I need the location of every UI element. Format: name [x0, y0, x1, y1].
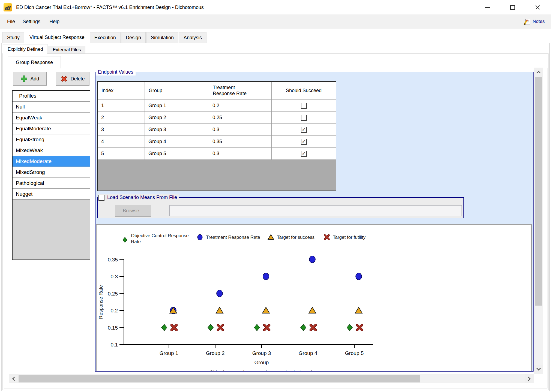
table-cell[interactable]: 0.25	[209, 112, 272, 124]
table-cell[interactable]: 0.3	[209, 124, 272, 136]
load-scenario-checkbox[interactable]	[98, 195, 104, 201]
table-cell[interactable]: 0.35	[209, 136, 272, 148]
table-row: 1Group 10.2	[98, 100, 336, 112]
circle-marker	[309, 256, 315, 263]
diamond-marker	[161, 324, 167, 331]
plus-icon	[20, 75, 28, 82]
legend-label: Objective Control Response	[131, 233, 189, 238]
close-button[interactable]	[529, 0, 546, 14]
table-cell[interactable]: 2	[98, 112, 145, 124]
circle-marker	[356, 273, 362, 280]
table-cell[interactable]: Group 5	[145, 148, 209, 160]
table-cell[interactable]: 5	[98, 148, 145, 160]
endpoint-values-table: IndexGroupTreatment Response RateShould …	[97, 81, 336, 191]
horizontal-scrollbar[interactable]	[9, 374, 534, 383]
circle-marker	[217, 290, 223, 297]
profile-item-equalmoderate[interactable]: EqualModerate	[13, 123, 90, 134]
table-row: 2Group 20.25	[98, 112, 336, 124]
legend-label: Target for success	[277, 235, 315, 240]
profile-item-nugget[interactable]: Nugget	[13, 189, 90, 200]
table-row: 3Group 30.3✓	[98, 124, 336, 136]
menu-file[interactable]: File	[7, 14, 15, 29]
scroll-down-button[interactable]	[534, 365, 543, 374]
table-cell[interactable]: Group 2	[145, 112, 209, 124]
table-cell[interactable]: 0.2	[209, 100, 272, 112]
table-cell[interactable]: Group 3	[145, 124, 209, 136]
x-tick-label: Group 3	[252, 350, 271, 356]
table-cell[interactable]: 4	[98, 136, 145, 148]
table-row: 4Group 40.35✓	[98, 136, 336, 148]
vertical-scrollbar-thumb[interactable]	[535, 77, 542, 306]
diamond-marker	[347, 324, 352, 331]
endpoint-values-legend: Endpoint Values	[96, 68, 136, 76]
scroll-up-button[interactable]	[534, 68, 543, 77]
table-cell[interactable]: Group 4	[145, 136, 209, 148]
notes-icon	[523, 18, 531, 25]
profile-item-mixedmoderate[interactable]: MixedModerate	[13, 156, 90, 167]
should-succeed-checkbox[interactable]	[301, 115, 307, 121]
legend-label: Treatment Response Rate	[206, 235, 260, 240]
y-tick-label: 0.2	[111, 308, 118, 313]
tab-study[interactable]: Study	[2, 32, 24, 43]
profile-item-pathological[interactable]: Pathological	[13, 178, 90, 189]
profile-item-equalstrong[interactable]: EqualStrong	[13, 134, 90, 145]
horizontal-scrollbar-thumb[interactable]	[19, 375, 420, 382]
tab-group-response[interactable]: Group Response	[8, 56, 61, 68]
scroll-left-button[interactable]	[9, 374, 18, 383]
triangle-marker	[262, 307, 269, 313]
diamond-marker	[254, 324, 260, 331]
maximize-button[interactable]	[504, 0, 521, 14]
chevron-down-icon	[536, 366, 541, 371]
tab-virtual-subject-response[interactable]: Virtual Subject Response	[25, 31, 89, 44]
diamond-marker	[123, 237, 127, 242]
triangle-marker	[268, 234, 274, 239]
should-succeed-checkbox[interactable]: ✓	[301, 151, 307, 157]
subtab-explicitly-defined[interactable]: Explicitly Defined	[3, 44, 47, 54]
tab-simulation[interactable]: Simulation	[146, 32, 178, 43]
table-cell-should-succeed	[272, 112, 336, 124]
notes-button[interactable]: Notes	[523, 14, 545, 29]
menu-settings[interactable]: Settings	[23, 14, 40, 29]
tab-design[interactable]: Design	[121, 32, 146, 43]
profile-item-mixedstrong[interactable]: MixedStrong	[13, 167, 90, 178]
tab-analysis[interactable]: Analysis	[179, 32, 206, 43]
minimize-icon	[485, 7, 490, 8]
menu-help[interactable]: Help	[49, 14, 59, 29]
table-cell[interactable]: 3	[98, 124, 145, 136]
x-tick-label: Group 1	[160, 350, 178, 356]
legend-label: Rate	[131, 239, 141, 244]
add-button-label: Add	[30, 76, 39, 82]
minimize-button[interactable]	[479, 0, 496, 14]
table-cell[interactable]: Group 1	[145, 100, 209, 112]
profile-item-mixedweak[interactable]: MixedWeak	[13, 145, 90, 156]
table-cell[interactable]: 1	[98, 100, 145, 112]
column-header-group: Group	[145, 82, 209, 100]
app-icon	[4, 3, 12, 11]
maximize-icon	[510, 5, 515, 10]
chart-caption-clipped: Objective control response is set on the…	[210, 370, 314, 371]
scroll-right-button[interactable]	[525, 374, 534, 383]
column-header-index: Index	[98, 82, 145, 100]
scenario-file-input[interactable]	[169, 205, 462, 216]
delete-button[interactable]: Delete	[56, 72, 89, 86]
table-cell-should-succeed	[272, 100, 336, 112]
x-tick-label: Group 2	[206, 350, 225, 356]
x-tick-label: Group 5	[345, 350, 364, 356]
y-tick-label: 0.25	[108, 291, 118, 297]
add-button[interactable]: Add	[13, 72, 47, 86]
vertical-scrollbar[interactable]	[534, 68, 543, 374]
table-cell[interactable]: 0.3	[209, 148, 272, 160]
browse-button[interactable]: Browse...	[115, 205, 151, 217]
x-axis-title: Group	[254, 360, 269, 365]
should-succeed-checkbox[interactable]	[301, 103, 307, 109]
should-succeed-checkbox[interactable]: ✓	[301, 127, 307, 133]
subtab-external-files[interactable]: External Files	[48, 46, 85, 54]
tab-execution[interactable]: Execution	[90, 32, 121, 43]
axes	[124, 260, 373, 345]
delete-button-label: Delete	[70, 76, 85, 82]
profile-item-equalweak[interactable]: EqualWeak	[13, 113, 90, 123]
should-succeed-checkbox[interactable]: ✓	[301, 139, 307, 145]
application-window: ED Dich Cancer Trial Ex1+Borrow* - FACTS…	[0, 0, 551, 392]
profile-item-null[interactable]: Null	[13, 102, 90, 113]
legend-label: Target for futility	[333, 235, 366, 240]
